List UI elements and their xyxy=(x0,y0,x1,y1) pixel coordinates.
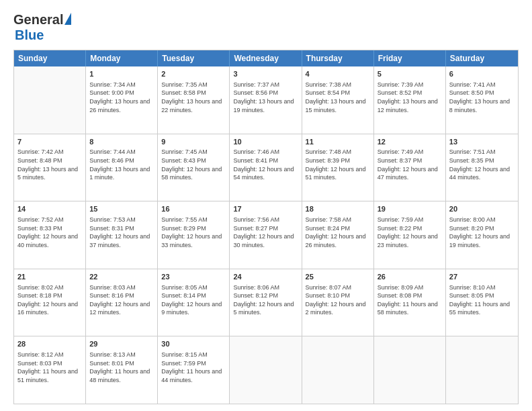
calendar-cell-4-5 xyxy=(374,336,446,404)
day-number: 20 xyxy=(449,204,515,214)
cell-info: Sunrise: 8:07 AMSunset: 8:10 PMDaylight:… xyxy=(306,283,370,317)
calendar-cell-1-3: 10Sunrise: 7:46 AMSunset: 8:41 PMDayligh… xyxy=(230,134,302,201)
calendar-cell-0-3: 3Sunrise: 7:37 AMSunset: 8:56 PMDaylight… xyxy=(230,66,302,134)
weekday-header-sunday: Sunday xyxy=(14,50,86,66)
cell-info: Sunrise: 8:06 AMSunset: 8:12 PMDaylight:… xyxy=(233,283,298,317)
cell-info: Sunrise: 7:39 AMSunset: 8:52 PMDaylight:… xyxy=(378,81,442,114)
calendar-cell-2-4: 18Sunrise: 7:58 AMSunset: 8:24 PMDayligh… xyxy=(302,201,374,269)
calendar-cell-0-4: 4Sunrise: 7:38 AMSunset: 8:54 PMDaylight… xyxy=(302,66,374,134)
cell-info: Sunrise: 8:03 AMSunset: 8:16 PMDaylight:… xyxy=(89,283,154,317)
calendar-cell-2-5: 19Sunrise: 7:59 AMSunset: 8:22 PMDayligh… xyxy=(374,201,446,269)
cell-info: Sunrise: 8:10 AMSunset: 8:05 PMDaylight:… xyxy=(449,283,515,317)
day-number: 28 xyxy=(17,339,82,349)
day-number: 2 xyxy=(161,69,226,79)
day-number: 1 xyxy=(89,69,154,79)
calendar-cell-2-6: 20Sunrise: 8:00 AMSunset: 8:20 PMDayligh… xyxy=(446,201,518,269)
day-number: 18 xyxy=(306,204,370,214)
cell-info: Sunrise: 7:58 AMSunset: 8:24 PMDaylight:… xyxy=(306,216,370,249)
calendar-cell-1-1: 8Sunrise: 7:44 AMSunset: 8:46 PMDaylight… xyxy=(86,134,158,201)
calendar-cell-4-3 xyxy=(230,336,302,404)
day-number: 10 xyxy=(233,137,298,147)
cell-info: Sunrise: 8:13 AMSunset: 8:01 PMDaylight:… xyxy=(89,351,154,384)
header: General Blue xyxy=(13,12,519,43)
calendar-cell-0-5: 5Sunrise: 7:39 AMSunset: 8:52 PMDaylight… xyxy=(374,66,446,134)
cell-info: Sunrise: 7:55 AMSunset: 8:29 PMDaylight:… xyxy=(161,216,226,249)
cell-info: Sunrise: 8:05 AMSunset: 8:14 PMDaylight:… xyxy=(161,283,226,317)
calendar-cell-4-1: 29Sunrise: 8:13 AMSunset: 8:01 PMDayligh… xyxy=(86,336,158,404)
weekday-header-monday: Monday xyxy=(86,50,158,66)
calendar-cell-3-5: 26Sunrise: 8:09 AMSunset: 8:08 PMDayligh… xyxy=(374,269,446,336)
calendar-row-4: 28Sunrise: 8:12 AMSunset: 8:03 PMDayligh… xyxy=(14,336,518,404)
calendar-cell-1-4: 11Sunrise: 7:48 AMSunset: 8:39 PMDayligh… xyxy=(302,134,374,201)
calendar-cell-4-2: 30Sunrise: 8:15 AMSunset: 7:59 PMDayligh… xyxy=(158,336,230,404)
cell-info: Sunrise: 7:48 AMSunset: 8:39 PMDaylight:… xyxy=(306,148,370,181)
calendar-row-3: 21Sunrise: 8:02 AMSunset: 8:18 PMDayligh… xyxy=(14,269,518,337)
calendar: SundayMondayTuesdayWednesdayThursdayFrid… xyxy=(13,50,519,404)
calendar-body: 1Sunrise: 7:34 AMSunset: 9:00 PMDaylight… xyxy=(14,66,518,404)
day-number: 11 xyxy=(306,137,370,147)
calendar-cell-4-6 xyxy=(446,336,518,404)
calendar-header: SundayMondayTuesdayWednesdayThursdayFrid… xyxy=(14,50,518,66)
day-number: 22 xyxy=(89,272,154,282)
calendar-cell-3-1: 22Sunrise: 8:03 AMSunset: 8:16 PMDayligh… xyxy=(86,269,158,336)
day-number: 3 xyxy=(233,69,298,79)
day-number: 13 xyxy=(449,137,515,147)
day-number: 24 xyxy=(233,272,298,282)
cell-info: Sunrise: 7:49 AMSunset: 8:37 PMDaylight:… xyxy=(378,148,442,181)
cell-info: Sunrise: 7:59 AMSunset: 8:22 PMDaylight:… xyxy=(378,216,442,249)
calendar-cell-2-0: 14Sunrise: 7:52 AMSunset: 8:33 PMDayligh… xyxy=(14,201,86,269)
cell-info: Sunrise: 8:12 AMSunset: 8:03 PMDaylight:… xyxy=(17,351,82,384)
cell-info: Sunrise: 7:41 AMSunset: 8:50 PMDaylight:… xyxy=(449,81,515,114)
day-number: 14 xyxy=(17,204,82,214)
calendar-cell-4-4 xyxy=(302,336,374,404)
calendar-row-1: 7Sunrise: 7:42 AMSunset: 8:48 PMDaylight… xyxy=(14,134,518,202)
cell-info: Sunrise: 8:09 AMSunset: 8:08 PMDaylight:… xyxy=(378,283,442,317)
calendar-cell-3-6: 27Sunrise: 8:10 AMSunset: 8:05 PMDayligh… xyxy=(446,269,518,336)
cell-info: Sunrise: 7:51 AMSunset: 8:35 PMDaylight:… xyxy=(449,148,515,181)
cell-info: Sunrise: 7:38 AMSunset: 8:54 PMDaylight:… xyxy=(306,81,370,114)
calendar-cell-2-2: 16Sunrise: 7:55 AMSunset: 8:29 PMDayligh… xyxy=(158,201,230,269)
cell-info: Sunrise: 8:02 AMSunset: 8:18 PMDaylight:… xyxy=(17,283,82,317)
logo: General Blue xyxy=(13,12,71,43)
day-number: 8 xyxy=(89,137,154,147)
weekday-header-wednesday: Wednesday xyxy=(230,50,302,66)
calendar-cell-1-0: 7Sunrise: 7:42 AMSunset: 8:48 PMDaylight… xyxy=(14,134,86,201)
calendar-cell-0-6: 6Sunrise: 7:41 AMSunset: 8:50 PMDaylight… xyxy=(446,66,518,134)
day-number: 29 xyxy=(89,339,154,349)
calendar-cell-1-5: 12Sunrise: 7:49 AMSunset: 8:37 PMDayligh… xyxy=(374,134,446,201)
weekday-header-tuesday: Tuesday xyxy=(158,50,230,66)
cell-info: Sunrise: 8:00 AMSunset: 8:20 PMDaylight:… xyxy=(449,216,515,249)
calendar-row-2: 14Sunrise: 7:52 AMSunset: 8:33 PMDayligh… xyxy=(14,201,518,269)
day-number: 5 xyxy=(378,69,442,79)
calendar-cell-1-2: 9Sunrise: 7:45 AMSunset: 8:43 PMDaylight… xyxy=(158,134,230,201)
day-number: 12 xyxy=(378,137,442,147)
calendar-cell-3-0: 21Sunrise: 8:02 AMSunset: 8:18 PMDayligh… xyxy=(14,269,86,336)
day-number: 9 xyxy=(161,137,226,147)
day-number: 30 xyxy=(161,339,226,349)
calendar-cell-3-4: 25Sunrise: 8:07 AMSunset: 8:10 PMDayligh… xyxy=(302,269,374,336)
day-number: 26 xyxy=(378,272,442,282)
day-number: 23 xyxy=(161,272,226,282)
calendar-cell-3-3: 24Sunrise: 8:06 AMSunset: 8:12 PMDayligh… xyxy=(230,269,302,336)
cell-info: Sunrise: 7:42 AMSunset: 8:48 PMDaylight:… xyxy=(17,148,82,181)
cell-info: Sunrise: 7:52 AMSunset: 8:33 PMDaylight:… xyxy=(17,216,82,249)
calendar-row-0: 1Sunrise: 7:34 AMSunset: 9:00 PMDaylight… xyxy=(14,66,518,134)
day-number: 25 xyxy=(306,272,370,282)
day-number: 15 xyxy=(89,204,154,214)
logo-general-text: General xyxy=(13,12,63,28)
cell-info: Sunrise: 7:46 AMSunset: 8:41 PMDaylight:… xyxy=(233,148,298,181)
logo-triangle-icon xyxy=(64,13,71,25)
calendar-cell-2-1: 15Sunrise: 7:53 AMSunset: 8:31 PMDayligh… xyxy=(86,201,158,269)
calendar-cell-0-1: 1Sunrise: 7:34 AMSunset: 9:00 PMDaylight… xyxy=(86,66,158,134)
cell-info: Sunrise: 7:34 AMSunset: 9:00 PMDaylight:… xyxy=(89,81,154,114)
calendar-cell-0-0 xyxy=(14,66,86,134)
cell-info: Sunrise: 7:44 AMSunset: 8:46 PMDaylight:… xyxy=(89,148,154,181)
calendar-cell-2-3: 17Sunrise: 7:56 AMSunset: 8:27 PMDayligh… xyxy=(230,201,302,269)
day-number: 7 xyxy=(17,137,82,147)
calendar-cell-4-0: 28Sunrise: 8:12 AMSunset: 8:03 PMDayligh… xyxy=(14,336,86,404)
day-number: 19 xyxy=(378,204,442,214)
day-number: 21 xyxy=(17,272,82,282)
cell-info: Sunrise: 7:35 AMSunset: 8:58 PMDaylight:… xyxy=(161,81,226,114)
calendar-cell-0-2: 2Sunrise: 7:35 AMSunset: 8:58 PMDaylight… xyxy=(158,66,230,134)
cell-info: Sunrise: 7:37 AMSunset: 8:56 PMDaylight:… xyxy=(233,81,298,114)
